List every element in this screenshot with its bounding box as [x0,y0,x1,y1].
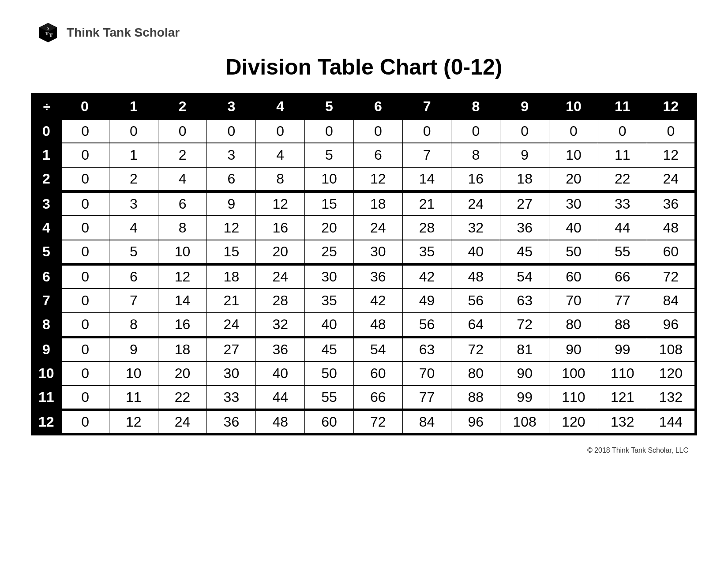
column-header-row: ÷ 0123456789101112 [32,94,696,119]
table-cell: 100 [549,361,598,386]
table-cell: 0 [158,119,207,143]
table-cell: 28 [402,216,451,240]
table-cell: 33 [207,386,256,410]
table-cell: 0 [60,167,109,191]
row-header: 7 [32,289,60,313]
table-cell: 0 [60,361,109,386]
table-cell: 48 [353,313,402,337]
table-cell: 0 [598,119,647,143]
table-cell: 0 [549,119,598,143]
table-cell: 22 [598,167,647,191]
table-cell: 54 [353,337,402,361]
table-cell: 3 [109,191,158,216]
table-cell: 0 [256,119,305,143]
table-row: 00000000000000 [32,119,696,143]
table-cell: 36 [353,264,402,289]
table-cell: 2 [158,143,207,167]
svg-text:T: T [45,30,49,37]
table-cell: 0 [109,119,158,143]
table-cell: 88 [451,386,500,410]
table-cell: 60 [549,264,598,289]
table-cell: 12 [158,264,207,289]
table-cell: 0 [60,191,109,216]
table-cell: 36 [256,337,305,361]
table-cell: 2 [109,167,158,191]
table-cell: 0 [60,119,109,143]
table-cell: 21 [402,191,451,216]
brand-header: T T S Think Tank Scholar [38,22,697,43]
row-header: 5 [32,240,60,264]
table-cell: 0 [402,119,451,143]
table-cell: 81 [500,337,549,361]
table-cell: 10 [109,361,158,386]
brand-name: Think Tank Scholar [67,26,180,40]
table-row: 10123456789101112 [32,143,696,167]
table-cell: 110 [598,361,647,386]
table-cell: 30 [305,264,354,289]
table-cell: 24 [353,216,402,240]
table-cell: 24 [647,167,696,191]
table-row: 1201224364860728496108120132144 [32,410,696,434]
table-cell: 12 [109,410,158,434]
table-cell: 5 [109,240,158,264]
table-cell: 14 [158,289,207,313]
table-cell: 40 [451,240,500,264]
table-cell: 90 [500,361,549,386]
table-cell: 12 [256,191,305,216]
table-cell: 28 [256,289,305,313]
svg-text:T: T [49,32,53,38]
table-cell: 80 [549,313,598,337]
row-header: 11 [32,386,60,410]
table-cell: 72 [500,313,549,337]
table-cell: 50 [549,240,598,264]
table-cell: 40 [549,216,598,240]
table-cell: 20 [256,240,305,264]
table-row: 404812162024283236404448 [32,216,696,240]
table-row: 5051015202530354045505560 [32,240,696,264]
table-cell: 9 [500,143,549,167]
table-cell: 63 [500,289,549,313]
table-cell: 80 [451,361,500,386]
table-cell: 25 [305,240,354,264]
table-cell: 0 [500,119,549,143]
col-header: 3 [207,94,256,119]
table-cell: 16 [256,216,305,240]
table-cell: 55 [598,240,647,264]
col-header: 10 [549,94,598,119]
table-cell: 35 [305,289,354,313]
table-cell: 5 [305,143,354,167]
table-cell: 15 [207,240,256,264]
table-cell: 4 [109,216,158,240]
row-header: 9 [32,337,60,361]
table-cell: 1 [109,143,158,167]
row-header: 12 [32,410,60,434]
table-cell: 16 [158,313,207,337]
table-cell: 77 [598,289,647,313]
table-cell: 30 [549,191,598,216]
row-header: 2 [32,167,60,191]
table-cell: 24 [158,410,207,434]
table-cell: 44 [256,386,305,410]
table-cell: 70 [402,361,451,386]
table-row: 2024681012141618202224 [32,167,696,191]
table-cell: 48 [256,410,305,434]
col-header: 0 [60,94,109,119]
table-cell: 8 [256,167,305,191]
table-cell: 27 [207,337,256,361]
table-cell: 66 [598,264,647,289]
table-cell: 10 [158,240,207,264]
table-cell: 55 [305,386,354,410]
table-cell: 20 [305,216,354,240]
table-cell: 21 [207,289,256,313]
table-cell: 30 [207,361,256,386]
table-cell: 96 [647,313,696,337]
table-cell: 72 [451,337,500,361]
table-cell: 27 [500,191,549,216]
table-cell: 84 [647,289,696,313]
table-cell: 12 [647,143,696,167]
table-cell: 132 [598,410,647,434]
table-cell: 110 [549,386,598,410]
table-cell: 0 [305,119,354,143]
table-row: 110112233445566778899110121132 [32,386,696,410]
table-cell: 49 [402,289,451,313]
